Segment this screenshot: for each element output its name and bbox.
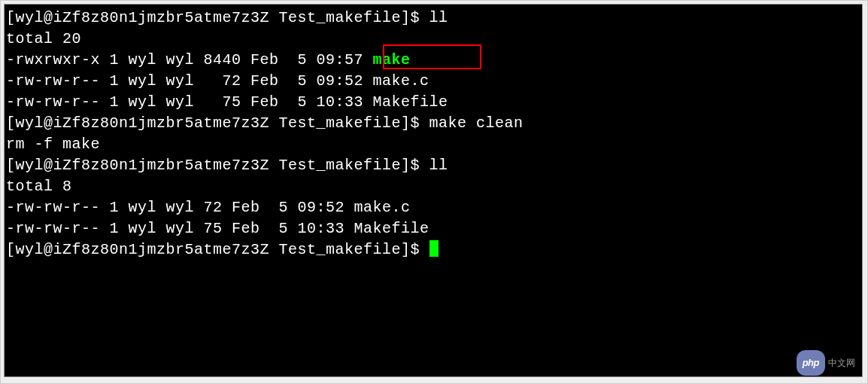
terminal-line: -rw-rw-r-- 1 wyl wyl 75 Feb 5 10:33 Make… [6,218,860,239]
watermark-text: 中文网 [828,352,855,373]
terminal-line: [wyl@iZf8z80n1jmzbr5atme7z3Z Test_makefi… [6,8,860,29]
output-text: -rw-rw-r-- 1 wyl wyl 75 Feb 5 10:33 Make… [6,220,429,237]
terminal-line: -rw-rw-r-- 1 wyl wyl 72 Feb 5 09:52 make… [6,197,860,218]
command-text: ll [429,9,448,26]
php-logo-icon: php [797,350,825,376]
command-text: make clean [429,114,524,132]
terminal-line: [wyl@iZf8z80n1jmzbr5atme7z3Z Test_makefi… [6,155,860,176]
terminal-line: [wyl@iZf8z80n1jmzbr5atme7z3Z Test_makefi… [6,113,860,134]
cursor-block [429,240,439,257]
output-text: total 20 [6,30,81,47]
terminal-line: total 8 [6,176,860,197]
output-text: -rw-rw-r-- 1 wyl wyl 72 Feb 5 09:52 make… [6,199,411,216]
shell-prompt: [wyl@iZf8z80n1jmzbr5atme7z3Z Test_makefi… [6,114,429,132]
terminal-line: -rwxrwxr-x 1 wyl wyl 8440 Feb 5 09:57 ma… [6,50,860,71]
watermark: php 中文网 [797,350,855,376]
shell-prompt: [wyl@iZf8z80n1jmzbr5atme7z3Z Test_makefi… [6,241,429,258]
shell-prompt: [wyl@iZf8z80n1jmzbr5atme7z3Z Test_makefi… [6,157,429,174]
executable-filename: make [373,51,411,69]
terminal-line: -rw-rw-r-- 1 wyl wyl 75 Feb 5 10:33 Make… [6,92,860,113]
output-text: -rw-rw-r-- 1 wyl wyl 72 Feb 5 09:52 make… [6,72,429,90]
terminal-window[interactable]: [wyl@iZf8z80n1jmzbr5atme7z3Z Test_makefi… [4,4,863,377]
command-text: ll [429,157,448,174]
terminal-line: total 20 [6,29,860,50]
terminal-line: rm -f make [6,134,860,155]
output-text: -rw-rw-r-- 1 wyl wyl 75 Feb 5 10:33 Make… [6,93,448,111]
shell-prompt: [wyl@iZf8z80n1jmzbr5atme7z3Z Test_makefi… [6,9,429,26]
output-text: -rwxrwxr-x 1 wyl wyl 8440 Feb 5 09:57 [6,51,373,69]
output-text: rm -f make [6,136,100,153]
output-text: total 8 [6,178,72,195]
terminal-line: -rw-rw-r-- 1 wyl wyl 72 Feb 5 09:52 make… [6,71,860,92]
terminal-line: [wyl@iZf8z80n1jmzbr5atme7z3Z Test_makefi… [6,239,860,261]
